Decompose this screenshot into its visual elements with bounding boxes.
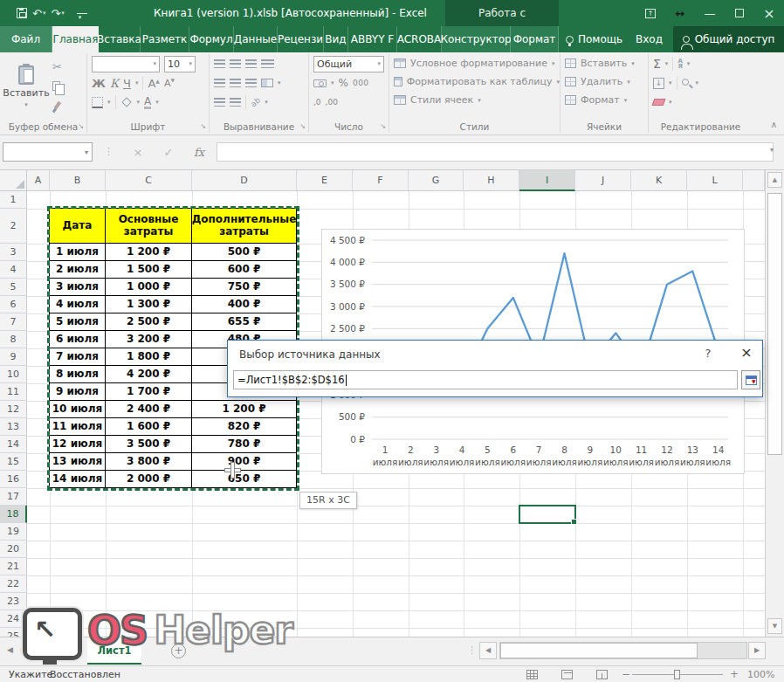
scroll-left-button[interactable]: ◀ xyxy=(479,642,497,659)
close-button[interactable]: × xyxy=(754,0,784,26)
column-header-H[interactable]: H xyxy=(464,170,519,191)
grow-font-button[interactable]: А▲ xyxy=(148,77,160,90)
sign-in-link[interactable]: Вход xyxy=(636,26,663,52)
row-header-8[interactable]: 8 xyxy=(0,331,27,348)
number-format-combobox[interactable]: Общий▾ xyxy=(313,56,384,72)
zoom-slider-thumb[interactable] xyxy=(674,670,680,679)
fill-color-button[interactable] xyxy=(121,97,131,107)
tab-Главная[interactable]: Главная xyxy=(52,26,99,52)
row-header-7[interactable]: 7 xyxy=(0,313,27,331)
column-header-B[interactable]: B xyxy=(50,170,106,191)
accounting-format-button[interactable] xyxy=(313,79,327,87)
cut-button[interactable]: ✂ xyxy=(52,58,65,75)
tab-Разметк[interactable]: Разметк xyxy=(141,26,189,52)
column-header-L[interactable]: L xyxy=(687,170,743,191)
add-sheet-button[interactable]: + xyxy=(171,644,186,658)
row-header-25[interactable]: 25 xyxy=(0,628,27,637)
maximize-button[interactable] xyxy=(725,0,754,26)
row-header-5[interactable]: 5 xyxy=(0,279,27,296)
redo-dropdown[interactable]: ▾ xyxy=(61,10,65,17)
selected-cell-I18[interactable] xyxy=(519,505,576,524)
font-size-combobox[interactable]: 10▾ xyxy=(164,56,196,72)
dialog-close-button[interactable]: × xyxy=(736,344,757,361)
cancel-button[interactable]: × xyxy=(127,142,149,162)
row-header-1[interactable]: 1 xyxy=(0,191,27,209)
resize-icon[interactable]: ↔ xyxy=(665,0,695,26)
row-header-13[interactable]: 13 xyxy=(0,418,27,436)
scroll-right-button[interactable]: ▶ xyxy=(748,642,766,659)
clipboard-dialog-launcher[interactable]: ↘ xyxy=(78,122,84,130)
enter-button[interactable]: ✓ xyxy=(157,142,180,162)
copy-button[interactable]: ▾ xyxy=(52,77,65,94)
zoom-out-button[interactable]: − xyxy=(622,668,630,680)
column-header-J[interactable]: J xyxy=(575,170,631,191)
redo-button[interactable]: ↷▾ xyxy=(48,0,66,26)
row-header-15[interactable]: 15 xyxy=(0,453,27,471)
table-cell[interactable]: 1 600 ₽ xyxy=(106,418,192,436)
table-cell[interactable]: 655 ₽ xyxy=(192,313,297,331)
column-header-C[interactable]: C xyxy=(106,170,192,191)
column-header-sliver[interactable] xyxy=(743,170,765,191)
data-source-dialog[interactable]: Выбор источника данных ? × =Лист1!$B$2:$… xyxy=(227,340,763,397)
table-cell[interactable]: 12 июля xyxy=(50,436,106,453)
number-dialog-launcher[interactable]: ↘ xyxy=(380,122,386,130)
column-header-A[interactable]: A xyxy=(27,170,50,191)
row-header-21[interactable]: 21 xyxy=(0,558,27,575)
format-painter-button[interactable] xyxy=(52,96,65,114)
row-header-4[interactable]: 4 xyxy=(0,261,27,279)
row-header-19[interactable]: 19 xyxy=(0,523,27,541)
row-header-16[interactable]: 16 xyxy=(0,471,27,488)
table-header-cell[interactable]: Дополнительные затраты xyxy=(192,209,297,244)
clear-button[interactable] xyxy=(652,99,666,106)
next-sheet-button[interactable]: ▶ xyxy=(21,645,27,654)
range-input[interactable]: =Лист1!$B$2:$D$16 xyxy=(233,370,738,389)
align-middle-button[interactable] xyxy=(230,59,241,69)
table-cell[interactable]: 2 000 ₽ xyxy=(106,471,192,488)
table-cell[interactable]: 1 000 ₽ xyxy=(106,279,192,296)
scroll-down-button[interactable]: ▼ xyxy=(767,618,782,634)
column-header-E[interactable]: E xyxy=(297,170,353,191)
row-header-24[interactable]: 24 xyxy=(0,610,27,628)
column-header-I[interactable]: I xyxy=(519,170,575,191)
align-right-button[interactable] xyxy=(245,79,257,88)
table-header-cell[interactable]: Основные затраты xyxy=(106,209,192,244)
table-cell[interactable]: 1 200 ₽ xyxy=(192,401,297,418)
table-cell[interactable]: 1 300 ₽ xyxy=(106,296,192,313)
row-header-9[interactable]: 9 xyxy=(0,348,27,366)
align-bottom-button[interactable] xyxy=(245,59,257,69)
vertical-scrollbar[interactable]: ▲ ▼ xyxy=(765,170,784,637)
underline-button[interactable]: Ч xyxy=(123,77,131,90)
dialog-help-button[interactable]: ? xyxy=(699,347,717,360)
formula-input[interactable] xyxy=(217,142,774,162)
insert-cells-button[interactable]: Вставить▾ xyxy=(560,54,648,72)
tab-ABBYY F[interactable]: ABBYY F xyxy=(348,26,397,52)
expand-formula-bar-button[interactable]: ▾ xyxy=(770,146,774,154)
table-cell[interactable]: 11 июля xyxy=(50,418,106,436)
paste-button[interactable]: Вставить ▾ xyxy=(3,56,50,117)
horizontal-scroll-thumb[interactable] xyxy=(500,643,698,658)
table-cell[interactable]: 820 ₽ xyxy=(192,418,297,436)
expand-dialog-button[interactable] xyxy=(741,370,760,389)
collapse-ribbon-button[interactable]: ∧ xyxy=(771,120,777,129)
page-layout-view-button[interactable] xyxy=(561,670,573,679)
page-break-view-button[interactable] xyxy=(596,670,608,679)
table-cell[interactable]: 2 июля xyxy=(50,261,106,279)
column-header-D[interactable]: D xyxy=(192,170,297,191)
row-header-11[interactable]: 11 xyxy=(0,383,27,401)
table-cell[interactable]: 1 800 ₽ xyxy=(106,348,192,366)
table-header-cell[interactable]: Дата xyxy=(50,209,106,244)
name-box[interactable]: ▾ xyxy=(3,142,93,162)
column-header-K[interactable]: K xyxy=(631,170,687,191)
row-header-2[interactable]: 2 xyxy=(0,209,27,244)
table-cell[interactable]: 3 200 ₽ xyxy=(106,331,192,348)
row-header-18[interactable]: 18 xyxy=(0,506,27,523)
align-left-button[interactable] xyxy=(214,79,225,88)
table-cell[interactable]: 750 ₽ xyxy=(192,279,297,296)
horizontal-scrollbar[interactable] xyxy=(499,642,747,659)
table-cell[interactable]: 4 200 ₽ xyxy=(106,366,192,383)
autosum-button[interactable]: Σ xyxy=(653,57,661,71)
column-header-F[interactable]: F xyxy=(353,170,409,191)
tab-Вставка[interactable]: Вставка xyxy=(99,26,141,52)
share-button[interactable]: Общий доступ xyxy=(673,26,784,52)
column-header-G[interactable]: G xyxy=(409,170,464,191)
